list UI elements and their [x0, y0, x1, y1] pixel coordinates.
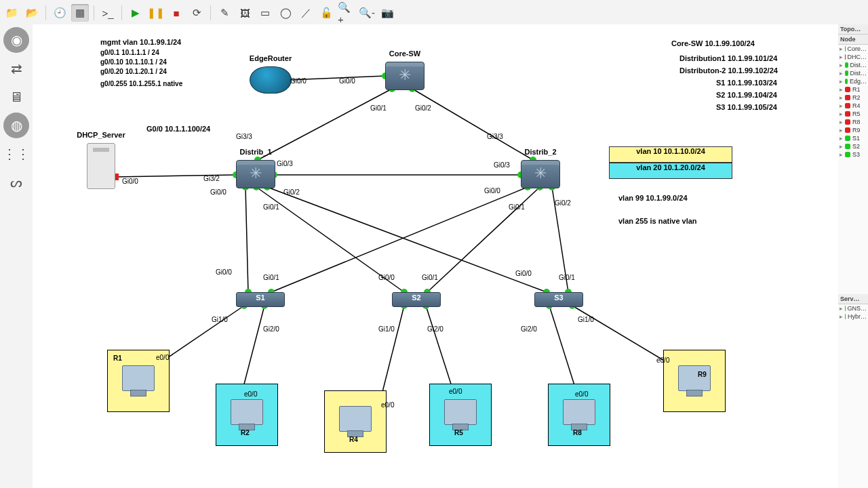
port-label: e0/0	[244, 390, 257, 398]
port-label: Gi0/1	[559, 274, 575, 281]
tree-item[interactable]: ▸S1	[838, 134, 868, 142]
addr-d2: Distributon-2 10.1.99.102/24	[679, 66, 778, 75]
distrib-2[interactable]: Distrib_2	[521, 160, 560, 188]
port-label: Gi0/1	[422, 274, 438, 281]
open-project-icon[interactable]: 📂	[23, 4, 41, 22]
zoom-out-icon[interactable]: 🔍-	[358, 4, 376, 22]
s2[interactable]: S2	[392, 292, 441, 307]
pause-all-icon[interactable]: ❚❚	[147, 4, 165, 22]
svg-line-48	[572, 306, 669, 363]
r4[interactable]: R4	[324, 390, 387, 453]
port-label: Gi2/0	[263, 325, 279, 333]
switches-dock[interactable]: ⇄	[3, 56, 29, 81]
tree-item[interactable]: ▸R8	[838, 118, 868, 126]
switch-icon	[521, 160, 560, 188]
pc-icon	[678, 365, 711, 391]
tree-item[interactable]: ▸Core…	[838, 45, 868, 53]
tree-item[interactable]: ▸Dist…	[838, 61, 868, 69]
switch-icon	[236, 160, 275, 188]
tree-item[interactable]: ▸DHC…	[838, 53, 868, 61]
distrib1-g00-note: G0/0 10.1.1.100/24	[146, 125, 210, 133]
topology-summary-panel: Topo… Node ▸Core…▸DHC…▸Dist…▸Dist…▸Edg…▸…	[837, 24, 868, 488]
pc-icon	[444, 399, 477, 425]
vlan10-box: vlan 10 10.1.10.0/24	[609, 146, 732, 163]
dhcp-server[interactable]: DHCP_Server	[87, 143, 115, 189]
tree-item[interactable]: ▸S3	[838, 150, 868, 159]
port-label: e0/0	[449, 388, 462, 395]
svg-line-39	[380, 306, 404, 403]
console-icon[interactable]: >_	[99, 4, 117, 22]
port-label: Gi3/3	[487, 133, 503, 140]
lock-icon[interactable]: 🔓	[317, 4, 335, 22]
line-icon[interactable]: ／	[297, 4, 315, 22]
port-label: Gi1/0	[212, 316, 228, 323]
routers-dock[interactable]: ◉	[3, 27, 29, 53]
annotate-icon[interactable]: ✎	[216, 4, 233, 22]
edge-router[interactable]: EdgeRouter	[250, 66, 292, 94]
recent-icon[interactable]: 🕘	[51, 4, 68, 22]
zoom-in-icon[interactable]: 🔍+	[338, 4, 355, 22]
tree-item[interactable]: ▸Edg…	[838, 77, 868, 85]
tree-item[interactable]: ▸R1	[838, 85, 868, 94]
port-label: Gi0/1	[263, 203, 279, 211]
addr-s3: S3 10.1.99.105/24	[716, 103, 777, 111]
port-label: Gi0/3	[277, 160, 293, 167]
mgmt-line-3: g0/0.255 10.1.255.1 native	[100, 80, 182, 87]
end-devices-dock[interactable]: 🖥	[3, 84, 29, 110]
port-label: e0/0	[381, 401, 394, 409]
mgmt-line-1: g0/0.10 10.1.10.1 / 24	[100, 58, 167, 66]
port-label: Gi0/0	[210, 188, 226, 196]
distrib-1[interactable]: Distrib_1	[236, 160, 275, 188]
s1[interactable]: S1	[236, 292, 285, 307]
tree-item[interactable]: ▸S2	[838, 142, 868, 150]
pc-icon	[122, 365, 155, 391]
svg-line-3	[258, 89, 392, 160]
all-devices-dock[interactable]: ⋮⋮	[3, 141, 29, 167]
link-dock[interactable]: ᔕ	[3, 169, 29, 195]
port-label: e0/0	[575, 390, 588, 398]
addr-core: Core-SW 10.1.99.100/24	[671, 39, 755, 47]
image-icon[interactable]: 🖼	[236, 4, 254, 22]
mgmt-line-2: g0/0.20 10.1.20.1 / 24	[100, 68, 167, 75]
ellipse-icon[interactable]: ◯	[277, 4, 294, 22]
stop-all-icon[interactable]: ■	[167, 4, 185, 22]
reload-icon[interactable]: ⟳	[188, 4, 205, 22]
core-sw[interactable]: Core-SW	[385, 62, 425, 90]
security-dock[interactable]: ◍	[3, 113, 29, 138]
screenshot-icon[interactable]: 📷	[378, 4, 396, 22]
device-dock: ◉⇄🖥◍⋮⋮ᔕ	[0, 24, 33, 488]
svg-line-42	[426, 306, 454, 394]
pc-icon	[563, 399, 595, 425]
topology-canvas[interactable]: mgmt vlan 10.1.99.1/24 g0/0.1 10.1.1.1 /…	[33, 24, 838, 488]
svg-line-36	[241, 306, 264, 394]
mgmt-vlan-title: mgmt vlan 10.1.99.1/24	[100, 38, 181, 46]
svg-line-33	[161, 306, 244, 362]
rectangle-icon[interactable]: ▭	[256, 4, 274, 22]
port-label: Gi0/0	[339, 77, 355, 85]
r9[interactable]: R9	[663, 350, 726, 412]
snapshot-icon[interactable]: ▦	[71, 4, 89, 22]
port-label: Gi0/0	[216, 268, 232, 276]
vlan-native-note: vlan 255 is native vlan	[618, 217, 697, 225]
tree-item[interactable]: ▸GNS…	[838, 304, 868, 312]
server-list-header: Serv…	[838, 294, 868, 304]
node-list-header: Node	[838, 35, 868, 45]
new-project-icon[interactable]: 📁	[3, 4, 20, 22]
s3[interactable]: S3	[534, 292, 583, 307]
port-label: Gi3/2	[203, 175, 220, 182]
port-label: Gi0/2	[415, 104, 431, 112]
vlan99-note: vlan 99 10.1.99.0/24	[618, 194, 688, 202]
tree-item[interactable]: ▸R9	[838, 126, 868, 134]
start-all-icon[interactable]: ▶	[127, 4, 144, 22]
tree-item[interactable]: ▸R5	[838, 110, 868, 118]
pc-icon	[231, 399, 263, 425]
tree-item[interactable]: ▸Dist…	[838, 69, 868, 77]
tree-item[interactable]: ▸R2	[838, 94, 868, 102]
port-label: Gi0/1	[509, 203, 525, 211]
tree-item[interactable]: ▸R4	[838, 102, 868, 110]
port-label: Gi0/0	[484, 187, 500, 195]
port-label: Gi0/2	[555, 199, 571, 207]
port-label: Gi2/0	[427, 325, 443, 333]
tree-item[interactable]: ▸Hybr…	[838, 312, 868, 321]
addr-d1: Distribution1 10.1.99.101/24	[679, 54, 777, 62]
